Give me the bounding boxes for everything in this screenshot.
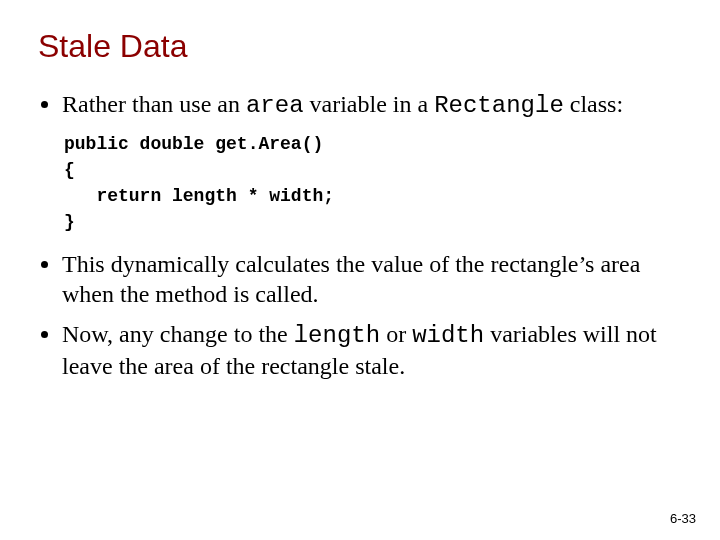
bullet-3-text-mid: or <box>380 321 412 347</box>
slide: Stale Data Rather than use an area varia… <box>0 0 720 540</box>
slide-title: Stale Data <box>38 28 682 65</box>
bullet-1-code-area: area <box>246 92 304 119</box>
bullet-item-2: This dynamically calculates the value of… <box>62 249 682 309</box>
bullet-list-2: This dynamically calculates the value of… <box>38 249 682 381</box>
bullet-1-text-mid: variable in a <box>304 91 435 117</box>
bullet-1-text-pre: Rather than use an <box>62 91 246 117</box>
bullet-2-text: This dynamically calculates the value of… <box>62 251 640 307</box>
bullet-list: Rather than use an area variable in a Re… <box>38 89 682 121</box>
page-number: 6-33 <box>670 511 696 526</box>
code-block: public double get.Area() { return length… <box>64 131 682 235</box>
bullet-3-text-pre: Now, any change to the <box>62 321 294 347</box>
bullet-item-3: Now, any change to the length or width v… <box>62 319 682 381</box>
bullet-1-text-post: class: <box>564 91 623 117</box>
bullet-3-code-width: width <box>412 322 484 349</box>
bullet-item-1: Rather than use an area variable in a Re… <box>62 89 682 121</box>
bullet-3-code-length: length <box>294 322 380 349</box>
bullet-1-code-rectangle: Rectangle <box>434 92 564 119</box>
